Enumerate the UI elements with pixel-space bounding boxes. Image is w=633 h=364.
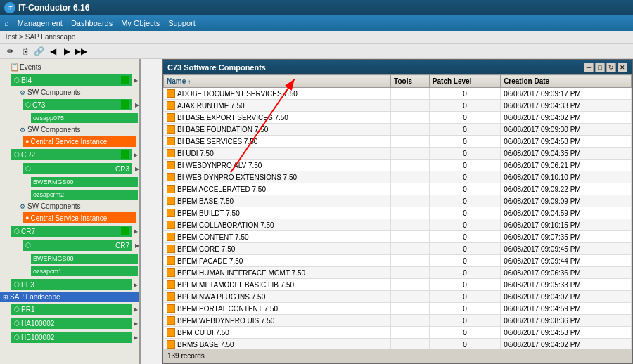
tree-events[interactable]: 📋 Events — [0, 60, 139, 73]
table-row[interactable]: BI BASE SERVICES 7.50 0 06/08/2017 09:04… — [164, 136, 632, 148]
table-row[interactable]: BPEM FACADE 7.50 0 06/08/2017 09:09:44 P… — [164, 255, 632, 267]
table-row[interactable]: BPEM NWA PLUG INS 7.50 0 06/08/2017 09:0… — [164, 291, 632, 303]
table-row[interactable]: BPEM COLLABORATION 7.50 0 06/08/2017 09:… — [164, 219, 632, 231]
ozsapp075-item[interactable]: ozsapp075 — [31, 113, 138, 123]
c73-expand[interactable]: ▶ — [135, 102, 139, 108]
bwermgs00-item-1[interactable]: BWERMGS00 — [31, 177, 138, 187]
cr2-item[interactable]: ⬡ CR2 — [11, 149, 132, 160]
cr7-child-item[interactable]: ⬡ CR7 — [23, 240, 132, 251]
toolbar-prev-btn[interactable]: ◀ — [46, 45, 59, 58]
table-row[interactable]: BI WEBDYNPRO ALV 7.50 0 06/08/2017 09:06… — [164, 160, 632, 171]
table-row[interactable]: BPEM WEBDYNPRO UIS 7.50 0 06/08/2017 09:… — [164, 315, 632, 327]
pr1-item[interactable]: ⬡ PR1 — [11, 304, 132, 315]
cell-date: 06/08/2017 09:06:36 PM — [501, 267, 632, 279]
cr7-expand[interactable]: ▶ — [134, 228, 139, 235]
bwermgs00-item-2[interactable]: BWERMGS00 — [31, 254, 138, 264]
cell-tools — [391, 231, 430, 243]
popup-maximize-btn[interactable]: □ — [595, 63, 605, 72]
csi-item-2[interactable]: ● Central Service Instance — [23, 212, 136, 223]
name-text: BI BASE EXPORT SERVICES 7.50 — [177, 114, 288, 122]
ha100002-expand[interactable]: ▶ — [134, 320, 139, 327]
hb100002-item[interactable]: ⬡ HB100002 — [11, 332, 132, 343]
cell-patch-level: 0 — [429, 303, 500, 315]
pe3-expand[interactable]: ▶ — [134, 282, 139, 288]
cell-patch-level: 0 — [429, 267, 500, 279]
table-row[interactable]: BRMS BASE 7.50 0 06/08/2017 09:04:02 PM — [164, 339, 632, 349]
table-row[interactable]: BPM CU UI 7.50 0 06/08/2017 09:04:53 PM — [164, 327, 632, 339]
nav-management[interactable]: Management — [18, 19, 63, 27]
csi-item-1[interactable]: ● Central Service Instance — [23, 136, 136, 147]
cell-patch-level: 0 — [429, 231, 500, 243]
toolbar-edit-btn[interactable]: ✏ — [4, 45, 17, 58]
col-patch-level[interactable]: Patch Level — [429, 75, 500, 88]
table-row[interactable]: ADOBE DOCUMENT SERVICES 7.50 0 06/08/201… — [164, 88, 632, 100]
popup-minimize-btn[interactable]: ─ — [584, 63, 594, 72]
cell-patch-level: 0 — [429, 136, 500, 148]
table-row[interactable]: BPEM HUMAN INTERFACE MGMT 7.50 0 06/08/2… — [164, 267, 632, 279]
cell-name: BPEM CORE 7.50 — [164, 243, 391, 255]
gear-icon-1: ⚙ — [20, 89, 25, 96]
bi4-item[interactable]: ⬡ BI4 — [11, 74, 132, 86]
table-row[interactable]: BPEM BASE 7.50 0 06/08/2017 09:09:09 PM — [164, 195, 632, 207]
pkg-icon — [167, 280, 175, 289]
status-bar: 139 records — [163, 349, 632, 363]
pkg-icon — [167, 340, 175, 349]
cell-tools — [391, 100, 430, 112]
pe3-item[interactable]: ⬡ PE3 — [11, 279, 132, 290]
toolbar-end-btn[interactable]: ▶▶ — [75, 45, 87, 58]
name-text: BPEM METAMODEL BASIC LIB 7.50 — [177, 281, 294, 289]
ha100002-item[interactable]: ⬡ HA100002 — [11, 318, 132, 329]
bi4-icon: ⬡ — [14, 77, 20, 84]
name-text: BI BASE SERVICES 7.50 — [177, 138, 257, 145]
table-row[interactable]: BPEM ACCELERATED 7.50 0 06/08/2017 09:09… — [164, 183, 632, 195]
ha100002-label: HA100002 — [21, 320, 54, 327]
col-creation-date[interactable]: Creation Date — [501, 75, 632, 88]
table-row[interactable]: BPEM BUILDT 7.50 0 06/08/2017 09:04:59 P… — [164, 207, 632, 219]
cell-patch-level: 0 — [429, 148, 500, 160]
toolbar-next-btn[interactable]: ▶ — [60, 45, 73, 58]
popup-refresh-btn[interactable]: ↻ — [606, 63, 616, 72]
cell-tools — [391, 327, 430, 339]
name-text: BPEM COLLABORATION 7.50 — [177, 221, 274, 229]
table-row[interactable]: BI BASE FOUNDATION 7.50 0 06/08/2017 09:… — [164, 124, 632, 136]
table-row[interactable]: BPEM CONTENT 7.50 0 06/08/2017 09:07:35 … — [164, 231, 632, 243]
cr7-parent-item[interactable]: ⬡ CR7 — [11, 226, 132, 237]
toolbar-link-btn[interactable]: 🔗 — [32, 45, 45, 58]
popup-title: C73 Software Components — [167, 63, 266, 72]
col-tools[interactable]: Tools — [391, 75, 430, 88]
cell-patch-level: 0 — [429, 243, 500, 255]
cr3-expand[interactable]: ▶ — [135, 166, 139, 172]
cr7-child-expand[interactable]: ▶ — [135, 242, 139, 249]
cell-patch-level: 0 — [429, 279, 500, 291]
popup-close-btn[interactable]: ✕ — [618, 63, 627, 72]
sw-comp-text-1: SW Components — [27, 89, 81, 96]
cell-tools — [391, 195, 430, 207]
c73-item[interactable]: ⬡ C73 — [23, 99, 132, 110]
table-row[interactable]: AJAX RUNTIME 7.50 0 06/08/2017 09:04:33 … — [164, 100, 632, 112]
table-row[interactable]: BI UDI 7.50 0 06/08/2017 09:04:35 PM — [164, 148, 632, 160]
table-container[interactable]: Name ↑ Tools Patch Level Creation Date A… — [163, 74, 632, 349]
cr2-expand[interactable]: ▶ — [134, 152, 139, 158]
name-text: ADOBE DOCUMENT SERVICES 7.50 — [177, 90, 298, 98]
nav-myobjects[interactable]: My Objects — [121, 19, 160, 27]
table-row[interactable]: BPEM PORTAL CONTENT 7.50 0 06/08/2017 09… — [164, 303, 632, 315]
ozsapcrm2-item[interactable]: ozsapcrm2 — [31, 190, 138, 200]
cr3-item[interactable]: ⬡ CR3 — [23, 163, 132, 174]
col-name[interactable]: Name ↑ — [164, 75, 391, 88]
toolbar-copy-btn[interactable]: ⎘ — [18, 45, 31, 58]
ozsapcm1-item[interactable]: ozsapcm1 — [31, 266, 138, 276]
hb100002-expand[interactable]: ▶ — [134, 334, 139, 341]
table-row[interactable]: BPEM CORE 7.50 0 06/08/2017 09:09:45 PM — [164, 243, 632, 255]
cr7-parent-label: CR7 — [21, 228, 35, 235]
nav-dashboards[interactable]: Dashboards — [71, 19, 113, 27]
table-row[interactable]: BI WEB DYNPRO EXTENSIONS 7.50 0 06/08/20… — [164, 171, 632, 183]
sap-landscape-item[interactable]: ⊞ SAP Landscape — [0, 292, 139, 302]
nav-support[interactable]: Support — [168, 19, 196, 27]
bi4-expand[interactable]: ▶ — [134, 77, 139, 84]
pr1-expand[interactable]: ▶ — [134, 306, 139, 313]
table-row[interactable]: BPEM METAMODEL BASIC LIB 7.50 0 06/08/20… — [164, 279, 632, 291]
table-row[interactable]: BI BASE EXPORT SERVICES 7.50 0 06/08/201… — [164, 112, 632, 124]
nav-home[interactable]: ⌂ — [4, 19, 9, 27]
pkg-icon — [167, 256, 175, 265]
popup-titlebar: C73 Software Components ─ □ ↻ ✕ — [163, 60, 632, 74]
